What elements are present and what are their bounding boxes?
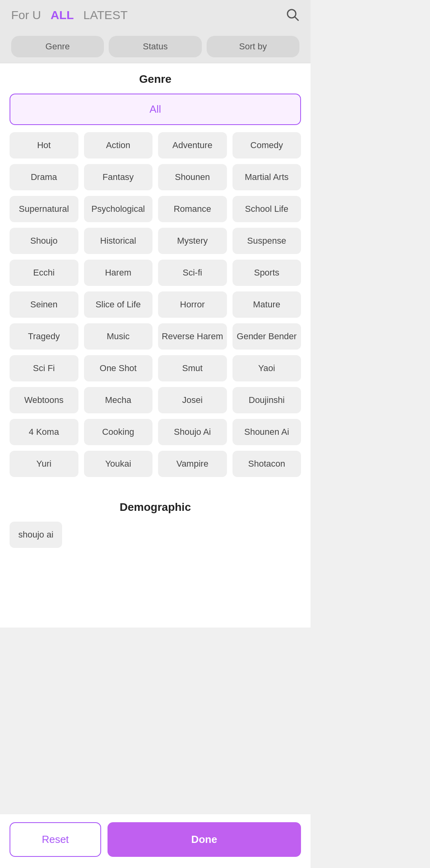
status-filter-button[interactable]: Status — [109, 36, 201, 57]
genre-chip[interactable]: Comedy — [233, 132, 301, 158]
genre-chip[interactable]: Mature — [233, 291, 301, 318]
genre-chip[interactable]: Yaoi — [233, 355, 301, 381]
genre-chip[interactable]: Sci Fi — [10, 355, 78, 381]
genre-chip[interactable]: Slice of Life — [84, 291, 153, 318]
genre-chip[interactable]: Sci-fi — [158, 260, 227, 286]
genre-chip[interactable]: School Life — [233, 196, 301, 222]
genre-chip[interactable]: Suspense — [233, 228, 301, 254]
search-icon[interactable] — [285, 7, 299, 23]
tab-for-u[interactable]: For U — [11, 8, 41, 22]
genre-chip[interactable]: Youkai — [84, 451, 153, 477]
genre-chip[interactable]: Reverse Harem — [158, 323, 227, 350]
genre-chip[interactable]: Music — [84, 323, 153, 350]
genre-filter-button[interactable]: Genre — [11, 36, 104, 57]
genre-chip[interactable]: Drama — [10, 164, 78, 190]
genre-chip[interactable]: Cooking — [84, 419, 153, 445]
svg-line-1 — [295, 17, 298, 20]
sort-by-filter-button[interactable]: Sort by — [207, 36, 299, 57]
genre-chip[interactable]: Josei — [158, 387, 227, 413]
genre-chip[interactable]: Mecha — [84, 387, 153, 413]
genre-chip[interactable]: Vampire — [158, 451, 227, 477]
header: For U ALL LATEST — [0, 0, 311, 30]
done-button[interactable]: Done — [108, 822, 301, 857]
genre-section-title: Genre — [10, 73, 301, 86]
genre-chip[interactable]: Romance — [158, 196, 227, 222]
genre-chip[interactable]: Webtoons — [10, 387, 78, 413]
genre-chip[interactable]: Yuri — [10, 451, 78, 477]
genre-chip[interactable]: Doujinshi — [233, 387, 301, 413]
genre-chip[interactable]: Smut — [158, 355, 227, 381]
tab-all[interactable]: ALL — [51, 8, 74, 22]
demographic-chips: shoujo ai — [10, 522, 301, 548]
genre-chip[interactable]: Historical — [84, 228, 153, 254]
genre-chip[interactable]: Adventure — [158, 132, 227, 158]
genre-chip[interactable]: Ecchi — [10, 260, 78, 286]
genre-chip[interactable]: Shoujo Ai — [158, 419, 227, 445]
genre-chip[interactable]: Shounen — [158, 164, 227, 190]
genre-chip[interactable]: Action — [84, 132, 153, 158]
demographic-section-title: Demographic — [10, 501, 301, 514]
genre-grid: HotActionAdventureComedyDramaFantasyShou… — [10, 132, 301, 477]
genre-chip[interactable]: Seinen — [10, 291, 78, 318]
all-genre-button[interactable]: All — [10, 94, 301, 125]
genre-chip[interactable]: Shoujo — [10, 228, 78, 254]
genre-chip[interactable]: Mystery — [158, 228, 227, 254]
genre-chip[interactable]: Harem — [84, 260, 153, 286]
genre-chip[interactable]: Hot — [10, 132, 78, 158]
genre-chip[interactable]: Martial Arts — [233, 164, 301, 190]
genre-chip[interactable]: Fantasy — [84, 164, 153, 190]
main-content: Genre All HotActionAdventureComedyDramaF… — [0, 63, 311, 628]
genre-chip[interactable]: Psychological — [84, 196, 153, 222]
reset-button[interactable]: Reset — [10, 822, 101, 857]
genre-chip[interactable]: Tragedy — [10, 323, 78, 350]
genre-chip[interactable]: Supernatural — [10, 196, 78, 222]
genre-chip[interactable]: 4 Koma — [10, 419, 78, 445]
bottom-bar: Reset Done — [0, 814, 311, 868]
demographic-chip[interactable]: shoujo ai — [10, 522, 62, 548]
genre-chip[interactable]: Shotacon — [233, 451, 301, 477]
genre-chip[interactable]: Shounen Ai — [233, 419, 301, 445]
demographic-section: Demographic shoujo ai — [10, 501, 301, 548]
genre-chip[interactable]: Gender Bender — [233, 323, 301, 350]
genre-chip[interactable]: Horror — [158, 291, 227, 318]
tab-latest[interactable]: LATEST — [83, 8, 127, 22]
genre-chip[interactable]: One Shot — [84, 355, 153, 381]
genre-chip[interactable]: Sports — [233, 260, 301, 286]
filter-bar: Genre Status Sort by — [0, 30, 311, 63]
